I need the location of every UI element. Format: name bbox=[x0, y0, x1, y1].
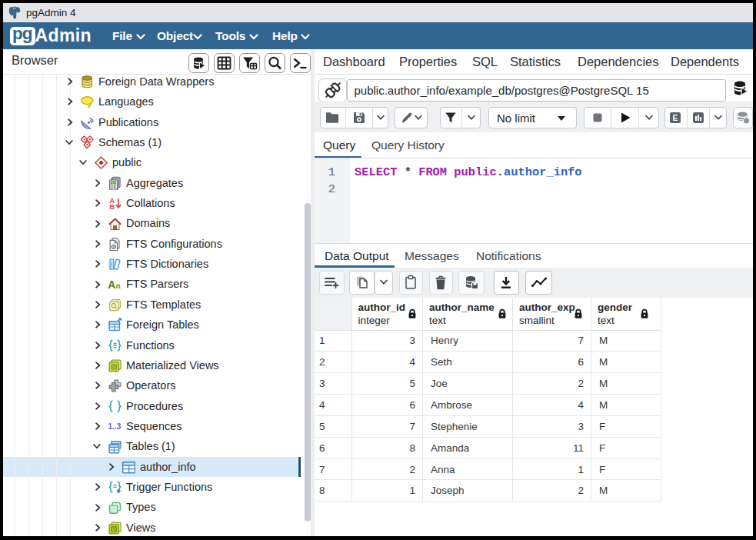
svg-text:E: E bbox=[673, 113, 678, 122]
